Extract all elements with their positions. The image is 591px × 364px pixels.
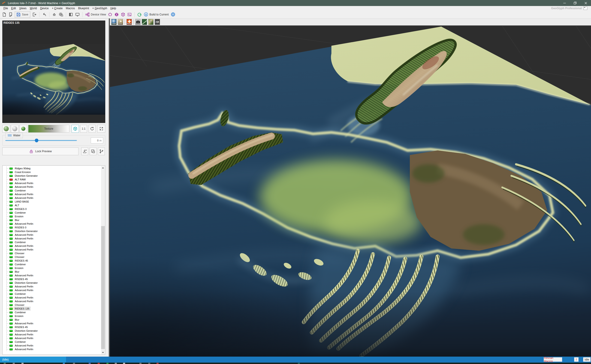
menu-item[interactable]: File [2,7,9,10]
device-row[interactable]: Advanced Perlin [3,336,101,340]
device-row[interactable]: Advanced Perlin [3,185,101,189]
orbit-camera-button[interactable]: Orbit [111,19,117,25]
undo-button[interactable] [42,12,47,17]
project-settings-button[interactable] [58,12,63,17]
isolate-region-button[interactable] [90,147,97,155]
snapshot-camera-button[interactable] [135,19,141,25]
minimize-button[interactable] [559,0,570,6]
slope-display-button[interactable] [142,19,147,25]
reset-rotation-button[interactable] [89,125,96,133]
world-origin-button[interactable] [171,12,175,17]
split-layout-button[interactable] [69,12,73,17]
device-row[interactable]: Advanced Perlin [3,288,101,292]
device-row[interactable]: Advanced Perlin [3,244,101,248]
reset-camera-button[interactable]: Reset [126,19,132,25]
shade-green-sphere-button[interactable] [2,125,10,133]
device-row[interactable]: Distortion Generator [3,229,101,233]
menu-item[interactable]: Views [18,7,28,10]
device-row[interactable]: Advanced Perlin [3,248,101,251]
menu-item[interactable]: Edit [9,7,18,10]
wave-view-button[interactable] [127,12,132,17]
device-row[interactable]: RISDES 0 [3,226,101,229]
device-row[interactable]: Combiner [3,292,101,296]
device-row[interactable]: Erosion [3,266,101,270]
device-row[interactable]: Advanced Perlin [3,192,101,196]
device-row[interactable]: Chooser [3,251,101,255]
device-row[interactable]: RIDGES 45 [3,259,101,262]
device-row[interactable]: Advanced Perlin [3,196,101,200]
device-row[interactable]: Blur [3,318,101,322]
device-row[interactable]: Coast Erosion [3,170,101,174]
device-row[interactable]: Advanced Perlin [3,333,101,336]
terrain-3d-viewport[interactable] [110,26,591,357]
preview-3d-box[interactable]: RIDGES 135 [2,20,105,123]
water-level-slider[interactable] [5,140,77,141]
device-row[interactable]: RISDES 45 [3,277,101,281]
menu-item[interactable]: Help [109,7,118,10]
water-value-field[interactable]: 0 m [91,137,103,143]
device-row[interactable]: Combiner [3,311,101,314]
device-view-button[interactable]: Device View [85,12,106,17]
device-row[interactable]: ALT [3,203,101,207]
insert-device-below-button[interactable] [81,147,88,155]
device-row[interactable]: Combiner [3,262,101,266]
view-3d-cube-button[interactable] [72,125,79,133]
ab-compare-button[interactable]: A|B [155,19,160,25]
display-button[interactable] [75,12,80,17]
device-row[interactable]: Advanced Perlin [3,181,101,185]
device-row[interactable]: Erosion [3,214,101,218]
open-file-button[interactable] [8,12,13,17]
zoom-1to1-button[interactable]: 1:1 [80,125,87,133]
water-slider-thumb[interactable] [35,139,38,142]
menu-item[interactable]: Blueprint [76,7,91,10]
water-toggle-button[interactable]: Water [5,133,23,138]
device-row[interactable]: RIDGES 0 [3,207,101,211]
device-row[interactable]: Ridges 90deg [3,167,101,170]
device-row[interactable]: RISDES 45 [3,325,101,329]
geoglyph-refresh-button[interactable] [137,12,142,17]
device-row[interactable]: Advanced Perlin [3,273,101,277]
device-row[interactable]: Combiner [3,340,101,344]
device-row[interactable]: Distortion Generator [3,174,101,178]
alert-indicator[interactable]: ! [574,357,578,362]
device-row[interactable]: Advanced Perlin [3,322,101,325]
device-row[interactable]: Advanced Perlin [3,285,101,288]
device-row[interactable]: Erosion [3,314,101,318]
rescan-macros-button[interactable]: Rescan Macros [544,357,562,362]
menu-item[interactable]: Device [39,7,50,10]
scroll-up-button[interactable] [101,166,105,169]
device-row[interactable]: Chooser [3,303,101,307]
texture-mode-button[interactable]: Texture [28,125,69,133]
version-branch-button[interactable] [98,147,105,155]
device-row[interactable]: Blur [3,270,101,273]
free-camera-button[interactable]: Free [118,19,123,25]
menu-item[interactable]: World [28,7,39,10]
cube-view-button[interactable] [121,12,125,17]
export-button[interactable] [32,12,37,17]
scrollbar-thumb[interactable] [101,226,105,349]
device-list-scrollbar[interactable] [101,166,105,354]
device-row[interactable]: Combiner [3,211,101,214]
device-row[interactable]: Advanced Perlin [3,296,101,299]
shade-textured-sphere-button[interactable] [19,125,27,133]
shade-gray-sphere-button[interactable] [11,125,19,133]
build-to-current-button[interactable]: Build to Current [144,12,168,17]
device-row[interactable]: ALT RAW [3,178,101,181]
scroll-down-button[interactable] [101,351,105,354]
restore-button[interactable] [570,0,580,6]
device-row[interactable]: Combiner [3,240,101,244]
device-row[interactable]: Advanced Perlin [3,233,101,237]
menu-item[interactable]: Macros [64,7,76,10]
device-row[interactable]: RIDGES 135 [3,307,101,311]
device-row[interactable]: Advanced Perlin [3,344,101,347]
globe-view-button[interactable] [114,12,119,17]
menu-item[interactable]: + Create [50,7,64,10]
build-world-button[interactable] [52,12,57,17]
fullscreen-preview-button[interactable] [97,125,105,133]
pentagon-view-button[interactable] [108,12,113,17]
device-row[interactable]: Distortion Generator [3,329,101,333]
device-row[interactable]: LAND BASE [3,200,101,203]
menu-item[interactable]: + GeoGlyph [91,7,109,10]
device-row[interactable]: Combiner [3,189,101,192]
new-file-button[interactable] [2,12,7,17]
